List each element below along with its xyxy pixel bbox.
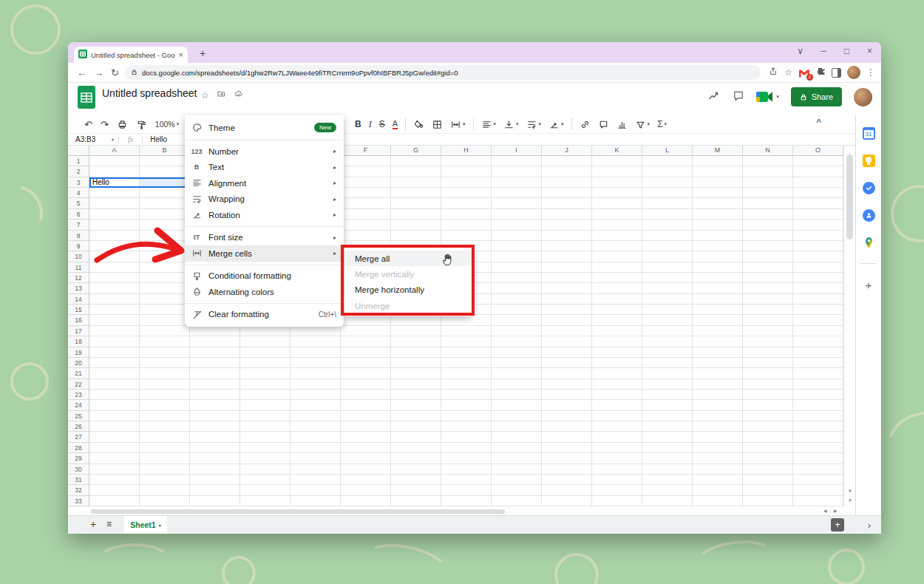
column-header-J[interactable]: J (542, 146, 592, 156)
reload-button[interactable]: ↻ (111, 67, 119, 78)
gmail-extension-icon[interactable]: 2 (798, 68, 810, 78)
extensions-puzzle-icon[interactable] (816, 66, 826, 79)
format-menu-item-merge-cells[interactable]: Merge cells▸ (185, 245, 344, 262)
row-header-16[interactable]: 16 (68, 315, 89, 325)
column-header-H[interactable]: H (441, 146, 492, 156)
row-header-5[interactable]: 5 (68, 198, 89, 208)
cell-A3-value[interactable]: Hello (92, 177, 109, 188)
row-header-1[interactable]: 1 (68, 156, 89, 166)
side-panel-get-add-ons-button[interactable]: + (862, 278, 875, 291)
share-button[interactable]: Share (791, 87, 842, 106)
side-panel-contacts-icon[interactable] (862, 208, 875, 222)
text-color-button[interactable]: A (393, 120, 398, 129)
sheets-logo-icon[interactable] (78, 86, 95, 112)
format-menu-item-conditional-formatting[interactable]: Conditional formatting (185, 268, 344, 285)
column-header-K[interactable]: K (592, 146, 642, 156)
row-header-22[interactable]: 22 (68, 379, 89, 390)
bookmark-star-icon[interactable]: ☆ (784, 67, 792, 78)
undo-button[interactable]: ↶ (84, 119, 92, 130)
format-menu-item-alignment[interactable]: Alignment▸ (185, 175, 344, 191)
address-bar[interactable]: docs.google.com/spreadsheets/d/1ghw2Rw7L… (125, 65, 761, 80)
browser-tab[interactable]: Untitled spreadsheet - Google S × (74, 47, 188, 63)
text-wrapping-button[interactable]: ▾ (526, 119, 542, 130)
row-header-4[interactable]: 4 (68, 188, 89, 198)
strikethrough-button[interactable]: S (379, 119, 385, 129)
share-page-icon[interactable] (768, 66, 778, 79)
close-button[interactable]: × (867, 46, 872, 56)
formula-input[interactable]: Hello (143, 135, 167, 143)
horizontal-scrollbar[interactable] (89, 509, 829, 515)
row-header-32[interactable]: 32 (68, 485, 89, 495)
row-header-33[interactable]: 33 (68, 496, 89, 506)
zoom-button[interactable]: 100%▾ (155, 120, 179, 129)
back-button[interactable]: ← (77, 67, 86, 78)
overflow-menu-icon[interactable]: ⋮ (866, 67, 875, 78)
fill-color-button[interactable] (413, 119, 424, 130)
redo-button[interactable]: ↷ (101, 119, 109, 130)
row-header-29[interactable]: 29 (68, 453, 89, 464)
text-rotation-button[interactable]: ▾ (548, 119, 564, 130)
insert-comment-button[interactable] (598, 119, 609, 130)
select-all-corner[interactable] (68, 146, 89, 156)
move-folder-icon[interactable] (217, 89, 226, 101)
side-panel-calendar-icon[interactable]: 31 (862, 126, 875, 140)
row-header-12[interactable]: 12 (68, 273, 89, 283)
sheet-tab-sheet1[interactable]: Sheet1 ▾ (124, 516, 167, 534)
row-header-20[interactable]: 20 (68, 358, 89, 368)
row-header-31[interactable]: 31 (68, 475, 89, 485)
format-menu-item-rotation[interactable]: Rotation▸ (185, 207, 344, 223)
side-panel-maps-icon[interactable] (862, 236, 875, 249)
vertical-scrollbar-thumb[interactable] (846, 155, 853, 240)
column-header-A[interactable]: A (89, 146, 140, 156)
italic-button[interactable]: I (369, 119, 372, 130)
row-header-15[interactable]: 15 (68, 305, 89, 315)
row-header-30[interactable]: 30 (68, 464, 89, 475)
minimize-button[interactable]: – (821, 46, 826, 56)
vertical-scrollbar[interactable]: ▲ ▼ (843, 146, 855, 506)
show-side-panel-icon[interactable]: › (860, 516, 878, 534)
functions-button[interactable]: Σ▾ (657, 119, 667, 129)
insert-link-button[interactable] (580, 119, 591, 130)
maximize-button[interactable]: □ (844, 46, 849, 56)
row-header-2[interactable]: 2 (68, 166, 89, 177)
column-header-O[interactable]: O (793, 146, 843, 156)
row-header-24[interactable]: 24 (68, 400, 89, 410)
format-menu-item-text[interactable]: BText▸ (185, 160, 344, 176)
row-header-23[interactable]: 23 (68, 390, 89, 400)
column-header-I[interactable]: I (492, 146, 542, 156)
paint-format-button[interactable] (136, 119, 147, 130)
column-header-F[interactable]: F (341, 146, 391, 156)
row-header-17[interactable]: 17 (68, 326, 89, 336)
row-header-3[interactable]: 3 (68, 177, 89, 188)
row-header-14[interactable]: 14 (68, 294, 89, 305)
format-menu-item-clear-formatting[interactable]: Clear formattingCtrl+\ (185, 307, 344, 323)
row-header-26[interactable]: 26 (68, 421, 89, 432)
tab-close-icon[interactable]: × (179, 50, 183, 59)
print-button[interactable] (117, 119, 128, 130)
column-header-G[interactable]: G (391, 146, 441, 156)
row-header-27[interactable]: 27 (68, 432, 89, 442)
row-header-21[interactable]: 21 (68, 368, 89, 378)
row-header-13[interactable]: 13 (68, 283, 89, 293)
vertical-align-button[interactable]: ▾ (503, 119, 519, 130)
activity-stats-icon[interactable] (708, 90, 721, 103)
merge-cells-button[interactable]: ▾ (450, 119, 466, 130)
browser-profile-avatar[interactable] (847, 66, 860, 79)
column-header-B[interactable]: B (140, 146, 190, 156)
window-chevron-icon[interactable]: ∨ (797, 46, 804, 56)
comment-history-icon[interactable] (733, 90, 744, 104)
format-menu-item-alternating-colors[interactable]: Alternating colors (185, 284, 344, 300)
format-menu-item-number[interactable]: 123Number▸ (185, 143, 344, 160)
new-tab-button[interactable]: + (195, 46, 210, 61)
explore-button[interactable]: + (831, 518, 844, 532)
scroll-up-icon[interactable]: ▲ (844, 486, 856, 495)
column-header-L[interactable]: L (642, 146, 693, 156)
add-sheet-button[interactable]: + (90, 518, 96, 530)
side-panel-toggle-icon[interactable] (832, 68, 841, 78)
all-sheets-icon[interactable]: ≡ (106, 519, 112, 529)
hide-menus-icon[interactable]: ^ (817, 118, 821, 126)
side-panel-keep-icon[interactable] (862, 154, 875, 167)
column-header-M[interactable]: M (693, 146, 743, 156)
row-header-18[interactable]: 18 (68, 336, 89, 347)
scroll-down-icon[interactable]: ▼ (844, 496, 856, 506)
